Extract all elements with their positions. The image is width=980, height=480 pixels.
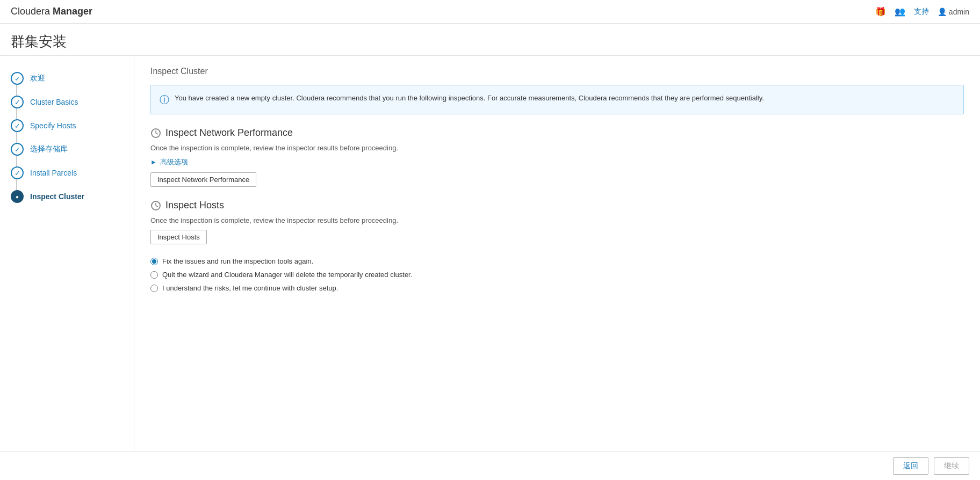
inspect-hosts-header: Inspect Hosts (150, 200, 964, 211)
advanced-options-toggle[interactable]: ► 高级选项 (150, 157, 964, 167)
info-icon: ⓘ (160, 93, 169, 106)
support-link[interactable]: 支持 (914, 7, 929, 17)
sidebar-circle-install-parcels: ✓ (11, 166, 24, 179)
inspect-hosts-button[interactable]: Inspect Hosts (150, 230, 207, 244)
info-box: ⓘ You have created a new empty cluster. … (150, 85, 964, 114)
sidebar-item-install-parcels[interactable]: ✓ Install Parcels (0, 161, 134, 185)
advanced-options-label: 高级选项 (160, 157, 188, 167)
inspect-network-button[interactable]: Inspect Network Performance (150, 172, 256, 187)
radio-group: Fix the issues and run the inspection to… (150, 257, 964, 292)
radio-quit-wizard-label: Quit the wizard and Cloudera Manager wil… (162, 271, 412, 279)
footer: 返回 继续 (0, 452, 980, 480)
sidebar-label-cluster-basics: Cluster Basics (30, 98, 78, 106)
sidebar-item-specify-hosts[interactable]: ✓ Specify Hosts (0, 114, 134, 137)
sidebar-label-specify-hosts: Specify Hosts (30, 121, 76, 130)
sidebar-label-welcome: 欢迎 (30, 74, 45, 83)
sidebar-label-inspect-cluster: Inspect Cluster (30, 192, 84, 201)
content-area: Inspect Cluster ⓘ You have created a new… (134, 56, 980, 480)
sidebar-item-cluster-basics[interactable]: ✓ Cluster Basics (0, 90, 134, 114)
sidebar-item-inspect-cluster[interactable]: ● Inspect Cluster (0, 185, 134, 208)
sidebar-circle-inspect-cluster: ● (11, 190, 24, 203)
sidebar-label-install-parcels: Install Parcels (30, 169, 77, 177)
header-actions: 🎁 👥 支持 👤 admin (875, 6, 969, 17)
inspect-network-title: Inspect Network Performance (165, 127, 293, 139)
inspect-hosts-title: Inspect Hosts (165, 200, 224, 211)
header: Cloudera Manager 🎁 👥 支持 👤 admin (0, 0, 980, 24)
admin-menu[interactable]: 👤 admin (938, 8, 969, 16)
continue-button[interactable]: 继续 (934, 457, 969, 475)
sidebar: ✓ 欢迎 ✓ Cluster Basics ✓ Specify Hosts ✓ … (0, 56, 134, 480)
radio-understand-risks[interactable]: I understand the risks, let me continue … (150, 284, 964, 292)
radio-fix-issues-label: Fix the issues and run the inspection to… (162, 257, 313, 265)
user-group-icon[interactable]: 👥 (895, 6, 905, 17)
content-section-title: Inspect Cluster (150, 67, 964, 76)
inspect-hosts-section: Inspect Hosts Once the inspection is com… (150, 200, 964, 244)
chevron-right-icon: ► (150, 158, 157, 166)
back-button[interactable]: 返回 (893, 457, 928, 475)
sidebar-label-select-repo: 选择存储库 (30, 144, 68, 154)
inspect-hosts-desc: Once the inspection is complete, review … (150, 216, 964, 224)
radio-understand-risks-input[interactable] (150, 285, 158, 292)
clock-icon-network (150, 128, 161, 139)
clock-icon-hosts (150, 200, 161, 211)
logo-bold: Manager (53, 6, 92, 17)
sidebar-circle-specify-hosts: ✓ (11, 119, 24, 132)
radio-fix-issues-input[interactable] (150, 258, 158, 265)
radio-fix-issues[interactable]: Fix the issues and run the inspection to… (150, 257, 964, 265)
sidebar-circle-welcome: ✓ (11, 72, 24, 85)
radio-quit-wizard-input[interactable] (150, 271, 158, 279)
gift-icon[interactable]: 🎁 (875, 6, 886, 17)
inspect-network-desc: Once the inspection is complete, review … (150, 144, 964, 152)
radio-quit-wizard[interactable]: Quit the wizard and Cloudera Manager wil… (150, 271, 964, 279)
sidebar-circle-select-repo: ✓ (11, 143, 24, 156)
svg-line-5 (156, 206, 158, 207)
logo: Cloudera Manager (11, 6, 92, 17)
radio-understand-risks-label: I understand the risks, let me continue … (162, 284, 338, 292)
info-text: You have created a new empty cluster. Cl… (175, 93, 764, 104)
sidebar-circle-cluster-basics: ✓ (11, 96, 24, 108)
sidebar-item-welcome[interactable]: ✓ 欢迎 (0, 67, 134, 90)
page-title: 群集安装 (0, 24, 980, 56)
svg-line-2 (156, 133, 158, 134)
inspect-network-section: Inspect Network Performance Once the ins… (150, 127, 964, 187)
inspect-network-header: Inspect Network Performance (150, 127, 964, 139)
main-layout: ✓ 欢迎 ✓ Cluster Basics ✓ Specify Hosts ✓ … (0, 56, 980, 480)
sidebar-item-select-repo[interactable]: ✓ 选择存储库 (0, 137, 134, 161)
